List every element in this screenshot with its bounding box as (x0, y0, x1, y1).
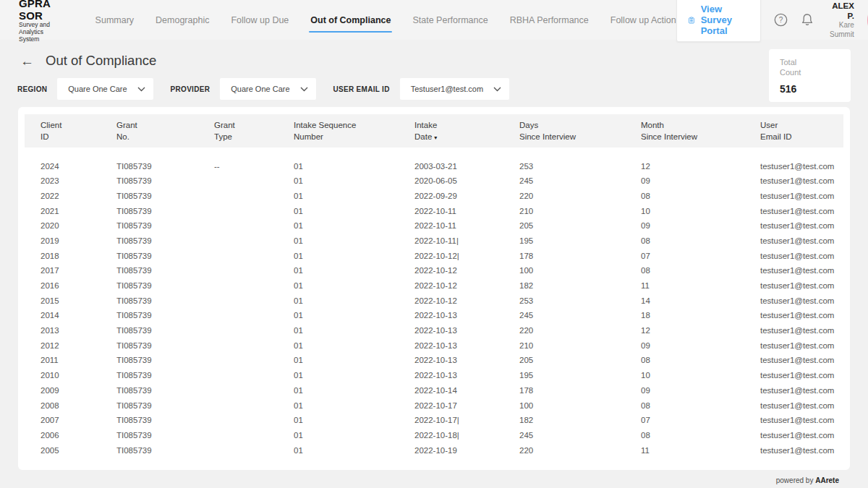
top-nav: SummaryDemographicFollow up DueOut of Co… (95, 11, 676, 30)
table-row: 2005TI085739012022-10-1922011testuser1@t… (25, 442, 843, 458)
tab-rbha-performance[interactable]: RBHA Performance (510, 11, 589, 30)
cell-month-since-interview: 09 (641, 176, 760, 185)
back-arrow-icon[interactable]: ← (20, 54, 34, 68)
cell-client-id: 2011 (41, 356, 116, 364)
tab-follow-up-due[interactable]: Follow up Due (231, 11, 289, 30)
table-row: 2023TI085739012020-06-0524509testuser1@t… (25, 174, 843, 189)
table-row: 2011TI085739012022-10-1320508testuser1@t… (25, 353, 843, 368)
table-row: 2018TI085739012022-10-12|17807testuser1@… (25, 248, 843, 263)
cell-month-since-interview: 12 (641, 162, 760, 171)
help-icon[interactable]: ? (774, 13, 788, 27)
cell-intake-date: 2022-10-12 (414, 266, 519, 275)
app-subtitle: Survey and Analytics System (19, 22, 51, 43)
chevron-down-icon (493, 87, 501, 92)
provider-dropdown-value: Quare One Care (231, 85, 289, 93)
cell-user-email-id: testuser1@test.com (760, 221, 843, 230)
provider-dropdown[interactable]: Quare One Care (220, 78, 315, 100)
cell-intake-sequence-number: 01 (294, 252, 414, 260)
cell-days-since-interview: 210 (519, 341, 641, 350)
cell-intake-date: 2022-10-19 (414, 446, 519, 455)
column-header-intake-date[interactable]: IntakeDate▾ (414, 119, 519, 142)
cell-grant-no: TI085739 (116, 266, 214, 275)
tab-summary[interactable]: Summary (95, 11, 134, 30)
cell-user-email-id: testuser1@test.com (760, 341, 843, 350)
column-header-user-email-id: UserEmail ID (760, 119, 843, 142)
cell-user-email-id: testuser1@test.com (760, 252, 843, 260)
cell-client-id: 2016 (41, 281, 116, 290)
cell-days-since-interview: 205 (519, 356, 641, 364)
tab-demographic[interactable]: Demographic (156, 11, 209, 30)
cell-month-since-interview: 09 (641, 221, 760, 230)
table-row: 2015TI085739012022-10-1225314testuser1@t… (25, 293, 843, 308)
cell-client-id: 2014 (41, 311, 116, 320)
cell-user-email-id: testuser1@test.com (760, 281, 843, 290)
cell-client-id: 2006 (41, 431, 116, 440)
cell-user-email-id: testuser1@test.com (760, 176, 843, 185)
cell-intake-sequence-number: 01 (294, 207, 414, 215)
cell-intake-date: 2022-10-11 (414, 221, 519, 230)
cell-intake-date: 2022-10-12 (414, 281, 519, 290)
user-block[interactable]: ALEX P. Kare Summit (830, 1, 854, 40)
cell-grant-no: TI085739 (116, 281, 214, 290)
view-survey-portal-button[interactable]: View Survey Portal (676, 0, 761, 42)
page-header: ← Out of Compliance (0, 40, 868, 69)
sort-descending-icon: ▾ (434, 134, 437, 141)
cell-days-since-interview: 178 (519, 386, 641, 395)
cell-intake-date: 2022-10-17 (414, 401, 519, 410)
chevron-down-icon (137, 87, 145, 92)
cell-client-id: 2021 (41, 207, 116, 215)
cell-grant-no: TI085739 (116, 176, 214, 185)
provider-filter-label: PROVIDER (171, 85, 210, 93)
cell-client-id: 2019 (41, 236, 116, 245)
cell-grant-no: TI085739 (116, 311, 214, 320)
cell-grant-no: TI085739 (116, 162, 214, 171)
table-row: 2021TI085739012022-10-1121010testuser1@t… (25, 203, 843, 218)
chevron-down-icon (300, 87, 308, 92)
cell-intake-sequence-number: 01 (294, 431, 414, 440)
cell-intake-sequence-number: 01 (294, 326, 414, 335)
app-title: GPRA SOR (19, 0, 51, 22)
cell-month-since-interview: 14 (641, 296, 760, 305)
cell-user-email-id: testuser1@test.com (760, 401, 843, 410)
cell-intake-date: 2022-10-18| (414, 431, 519, 440)
cell-month-since-interview: 08 (641, 401, 760, 410)
cell-client-id: 2020 (41, 221, 116, 230)
cell-client-id: 2017 (41, 266, 116, 275)
tab-state-performance[interactable]: State Performance (412, 11, 488, 30)
cell-client-id: 2012 (41, 341, 116, 350)
cell-intake-sequence-number: 01 (294, 311, 414, 320)
cell-month-since-interview: 07 (641, 416, 760, 424)
cell-grant-no: TI085739 (116, 221, 214, 230)
user-email-id-dropdown[interactable]: Testuser1@test.com (400, 78, 509, 100)
cell-intake-date: 2022-10-13 (414, 356, 519, 364)
region-dropdown[interactable]: Quare One Care (57, 78, 153, 100)
cell-user-email-id: testuser1@test.com (760, 416, 843, 424)
tab-follow-up-action[interactable]: Follow up Action (610, 11, 676, 30)
cell-user-email-id: testuser1@test.com (760, 162, 843, 171)
cell-grant-no: TI085739 (116, 386, 214, 395)
tab-out-of-compliance[interactable]: Out of Compliance (310, 11, 391, 30)
table-row: 2013TI085739012022-10-1322012testuser1@t… (25, 323, 843, 338)
notifications-bell-icon[interactable] (801, 13, 814, 27)
cell-user-email-id: testuser1@test.com (760, 371, 843, 380)
cell-days-since-interview: 245 (519, 431, 641, 440)
cell-month-since-interview: 18 (641, 311, 760, 320)
cell-user-email-id: testuser1@test.com (760, 326, 843, 335)
table-body: 2024TI085739--012003-03-2125312testuser1… (25, 158, 843, 458)
table-row: 2007TI085739012022-10-17|18207testuser1@… (25, 413, 843, 428)
table-row: 2009TI085739012022-10-1417809testuser1@t… (25, 383, 843, 398)
cell-grant-no: TI085739 (116, 207, 214, 215)
cell-user-email-id: testuser1@test.com (760, 446, 843, 455)
cell-intake-sequence-number: 01 (294, 446, 414, 455)
cell-intake-sequence-number: 01 (294, 221, 414, 230)
cell-intake-date: 2022-10-11 (414, 207, 519, 215)
powered-by-text: powered by (776, 476, 814, 484)
user-email-id-dropdown-value: Testuser1@test.com (411, 85, 483, 93)
cell-grant-no: TI085739 (116, 416, 214, 424)
cell-intake-sequence-number: 01 (294, 371, 414, 380)
cell-user-email-id: testuser1@test.com (760, 431, 843, 440)
cell-days-since-interview: 253 (519, 296, 641, 305)
table-row: 2014TI085739012022-10-1324518testuser1@t… (25, 308, 843, 323)
cell-month-since-interview: 07 (641, 252, 760, 260)
total-count-value: 516 (780, 83, 843, 95)
